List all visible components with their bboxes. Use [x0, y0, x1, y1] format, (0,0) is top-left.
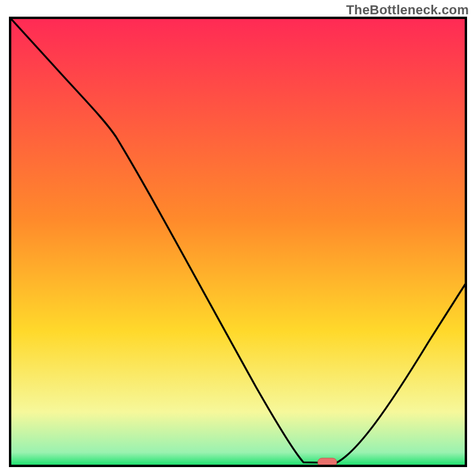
- bottleneck-chart: [0, 0, 476, 476]
- chart-stage: TheBottleneck.com: [0, 0, 476, 476]
- watermark-text: TheBottleneck.com: [346, 2, 469, 18]
- heat-gradient: [10, 18, 466, 466]
